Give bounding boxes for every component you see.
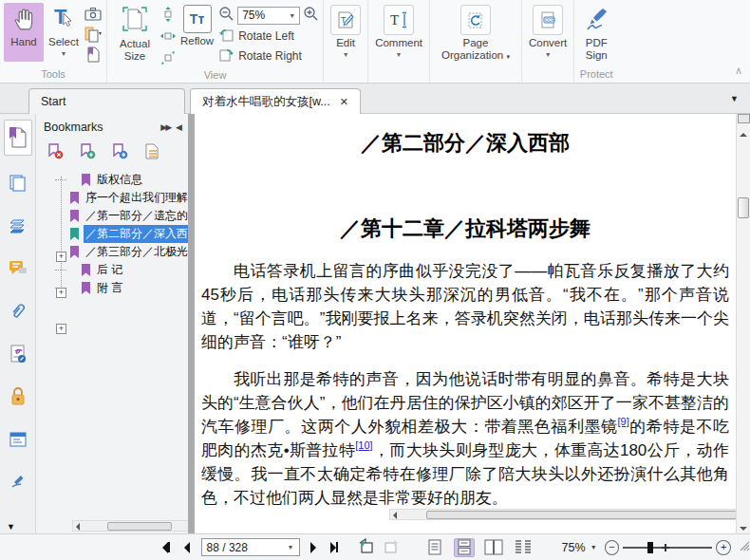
bookmarks-panel-title: Bookmarks <box>44 121 155 134</box>
expand-plus-icon[interactable] <box>56 252 66 262</box>
comment-dropdown-icon[interactable]: ▼ <box>396 51 403 58</box>
first-page-button[interactable] <box>156 538 177 557</box>
zoom-combo-dropdown-icon[interactable]: ▼ <box>289 12 295 19</box>
bookmarks-horizontal-scrollbar[interactable] <box>72 520 188 532</box>
tab-close-icon[interactable]: ✕ <box>340 96 348 108</box>
fit-page-icon[interactable] <box>160 7 176 25</box>
previous-page-button[interactable] <box>177 538 197 557</box>
bookmark-item-selected[interactable]: ／第二部分／深入西部 <box>36 225 188 243</box>
next-page-button[interactable] <box>304 538 325 557</box>
page-number-dropdown-icon[interactable]: ▼ <box>288 544 294 551</box>
ribbon-collapse-chevron-icon[interactable]: ∧ <box>735 65 742 77</box>
sidebar-item-layers[interactable] <box>0 204 36 247</box>
sidebar-item-comments[interactable] <box>0 247 36 289</box>
rotate-right-button[interactable]: Rotate Right <box>218 46 319 65</box>
rotate-left-button[interactable]: Rotate Left <box>218 26 319 46</box>
convert-button[interactable]: OCR Convert ▼ <box>526 3 570 60</box>
next-view-icon[interactable] <box>383 538 400 557</box>
facing-layout-icon[interactable] <box>483 538 504 557</box>
edit-dropdown-icon[interactable]: ▼ <box>343 51 349 58</box>
ribbon-group-page-organization: PageOrganization ▾ <box>430 0 522 83</box>
edit-button[interactable]: T Edit ▼ <box>328 3 364 60</box>
part-heading: ／第二部分／深入西部 <box>201 129 729 158</box>
continuous-facing-layout-icon[interactable] <box>513 538 534 557</box>
select-dropdown-icon[interactable]: ▼ <box>61 50 67 57</box>
footnote-link-10[interactable]: [10] <box>355 439 372 451</box>
clipboard-button[interactable] <box>84 26 103 43</box>
scroll-down-icon[interactable] <box>740 527 747 531</box>
document-horizontal-scrollbar[interactable] <box>389 509 736 520</box>
tab-document[interactable]: 对着水牛唱歌的女孩[w... ✕ <box>190 88 361 114</box>
scrollbar-thumb[interactable] <box>107 522 172 531</box>
tab-document-label: 对着水牛唱歌的女孩[w... <box>202 94 330 110</box>
ribbon-toolbar: Hand T Select ▼ <box>0 0 750 84</box>
sidebar-item-sign[interactable] <box>0 460 36 503</box>
page-organization-dropdown-icon[interactable]: ▾ <box>506 53 510 60</box>
paragraph: 我听出那是希特的声音，因为他说话时带有明显的鼻音。希特是大块头的“生意合伙人”，… <box>201 367 729 510</box>
zoom-out-button[interactable]: − <box>605 540 620 555</box>
zoom-slider[interactable] <box>623 540 712 555</box>
bookmarks-expand-icon[interactable]: ▶▶ <box>160 122 170 132</box>
split-view-handle[interactable] <box>738 114 750 123</box>
expand-plus-icon[interactable] <box>56 324 66 334</box>
scroll-left-icon[interactable] <box>393 512 397 519</box>
select-tool-button[interactable]: T Select ▼ <box>46 3 82 59</box>
add-bookmark-icon[interactable] <box>80 143 96 162</box>
bookmark-item[interactable]: 后 记 <box>36 261 188 279</box>
expand-plus-icon[interactable] <box>56 288 66 298</box>
document-vertical-scrollbar[interactable] <box>736 114 750 533</box>
pdf-sign-label: PDFSign <box>586 37 608 62</box>
tab-start[interactable]: Start <box>28 88 185 114</box>
bookmark-item[interactable]: 版权信息 <box>36 171 188 189</box>
sidebar-item-bookmarks[interactable] <box>0 114 36 161</box>
continuous-layout-icon[interactable] <box>454 538 475 557</box>
convert-dropdown-icon[interactable]: ▼ <box>545 51 552 58</box>
sidebar-item-fields[interactable] <box>0 418 36 460</box>
actual-size-button[interactable]: Actual Size <box>111 3 159 65</box>
scroll-left-icon[interactable] <box>76 523 80 531</box>
sidebar-item-signatures[interactable] <box>0 332 36 375</box>
zoom-in-button[interactable]: + <box>716 540 731 555</box>
previous-view-icon[interactable] <box>358 538 375 557</box>
bookmarks-hide-panel-icon[interactable]: ◀ <box>176 122 182 132</box>
panel-splitter[interactable] <box>188 114 195 533</box>
sidebar-item-security[interactable] <box>0 375 36 418</box>
hand-tool-button[interactable]: Hand <box>4 3 44 62</box>
fit-visible-icon[interactable] <box>160 50 176 68</box>
edit-label: Edit <box>336 37 355 49</box>
ribbon-group-edit: T Edit ▼ <box>324 0 368 83</box>
page-clip-button[interactable] <box>84 46 103 63</box>
reflow-button[interactable]: Tт Reflow <box>178 3 216 49</box>
comment-label: Comment <box>375 37 422 49</box>
resize-grip[interactable] <box>739 540 750 554</box>
pdf-sign-button[interactable]: PDFSign <box>578 3 614 64</box>
bookmark-item[interactable]: 序一个超出我们理解能 <box>36 189 188 207</box>
zoom-level-combobox[interactable]: 75% ▼ <box>237 7 300 25</box>
fit-width-icon[interactable] <box>160 28 176 47</box>
zoom-in-icon[interactable] <box>303 6 319 25</box>
single-page-layout-icon[interactable] <box>424 538 445 557</box>
sidebar-item-attachments[interactable] <box>0 289 36 332</box>
snapshot-button[interactable] <box>84 6 103 23</box>
tab-list-dropdown-icon[interactable]: ▼ <box>730 94 739 103</box>
page-organization-button[interactable]: PageOrganization ▾ <box>439 3 513 65</box>
sidebar-item-pages[interactable] <box>0 161 36 204</box>
last-page-button[interactable] <box>324 538 345 557</box>
panel-options-dropdown-icon[interactable]: ▼ <box>7 522 15 532</box>
expand-current-bookmark-icon[interactable] <box>144 143 159 162</box>
comment-button[interactable]: T Comment ▼ <box>372 3 425 60</box>
scrollbar-thumb[interactable] <box>738 197 749 218</box>
zoom-out-icon[interactable] <box>218 6 234 25</box>
bookmark-icon <box>69 192 80 205</box>
scroll-up-icon[interactable] <box>740 133 747 137</box>
zoom-slider-thumb[interactable] <box>647 542 653 553</box>
page-number-combobox[interactable]: 88 / 328 ▼ <box>201 538 300 556</box>
footnote-link-9[interactable]: [9] <box>618 416 629 427</box>
locate-bookmark-icon[interactable] <box>112 143 128 162</box>
scrollbar-thumb[interactable] <box>426 511 736 519</box>
bookmark-item[interactable]: ／第一部分／遗忘的秘 <box>36 207 188 225</box>
ribbon-group-tools: Hand T Select ▼ <box>0 0 107 83</box>
delete-bookmark-icon[interactable] <box>47 143 64 162</box>
status-zoom-dropdown-icon[interactable]: ▼ <box>591 544 597 551</box>
hand-icon <box>11 5 36 34</box>
